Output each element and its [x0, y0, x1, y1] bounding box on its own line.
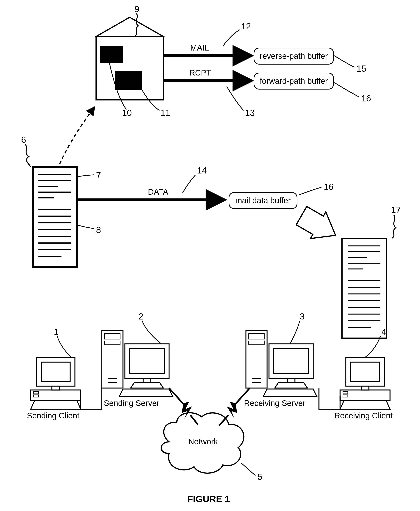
callout-16b: 16	[324, 182, 334, 192]
envelope-icon	[96, 17, 163, 100]
callout-3: 3	[300, 311, 305, 322]
wire-server2-client2	[319, 388, 340, 409]
callout-1: 1	[54, 326, 59, 337]
svg-rect-58	[287, 378, 295, 382]
callout-17: 17	[391, 205, 401, 215]
svg-rect-38	[351, 362, 379, 381]
network-label: Network	[188, 437, 218, 446]
callout-12: 12	[241, 21, 251, 31]
mail-data-buffer-box: mail data buffer	[229, 192, 297, 209]
copy-document-icon	[342, 238, 386, 338]
receiving-client-icon	[340, 357, 390, 409]
svg-rect-3	[33, 167, 77, 267]
callout-9: 9	[135, 4, 140, 14]
figure-title: FIGURE 1	[187, 494, 230, 504]
svg-rect-36	[52, 386, 60, 390]
mail-arrow-label: MAIL	[190, 43, 209, 52]
rcpt-arrow-label: RCPT	[189, 68, 211, 77]
block-arrow-icon	[294, 202, 343, 249]
receiving-client-label: Receiving Client	[334, 411, 392, 420]
sending-server-label: Sending Server	[104, 399, 159, 408]
svg-rect-57	[274, 349, 308, 374]
receiving-server-icon	[246, 330, 317, 397]
callout-10: 10	[122, 108, 132, 118]
callout-7: 7	[96, 170, 101, 180]
callout-5: 5	[257, 472, 262, 482]
svg-rect-0	[96, 37, 163, 100]
diagram-canvas: reverse-path buffer forward-path buffer …	[0, 0, 420, 511]
callout-11: 11	[160, 108, 170, 118]
forward-path-buffer-label: forward-path buffer	[260, 76, 328, 86]
sending-client-label: Sending Client	[27, 411, 79, 420]
svg-rect-42	[361, 386, 369, 390]
sending-client-icon	[31, 357, 81, 409]
svg-rect-32	[41, 362, 70, 381]
forward-path-buffer-box: forward-path buffer	[254, 73, 334, 89]
callout-16a: 16	[361, 93, 371, 104]
arrow-doc-to-envelope	[60, 108, 94, 164]
svg-rect-2	[115, 71, 142, 90]
reverse-path-buffer-box: reverse-path buffer	[254, 48, 334, 65]
receiving-server-label: Receiving Server	[244, 399, 306, 408]
callout-15: 15	[356, 63, 366, 74]
callout-8: 8	[96, 225, 101, 235]
svg-rect-17	[342, 238, 386, 338]
svg-rect-50	[143, 378, 151, 382]
source-document-icon	[33, 167, 77, 267]
svg-rect-1	[100, 46, 123, 63]
callout-13: 13	[245, 108, 255, 118]
reverse-path-buffer-label: reverse-path buffer	[260, 52, 328, 61]
sending-server-icon	[102, 330, 173, 397]
callout-6: 6	[21, 134, 26, 145]
svg-rect-49	[130, 349, 164, 374]
callout-14: 14	[197, 165, 207, 176]
callout-4: 4	[381, 326, 386, 337]
data-arrow-label: DATA	[148, 187, 168, 197]
wire-client1-server1	[81, 388, 102, 409]
mail-data-buffer-label: mail data buffer	[235, 196, 291, 205]
callout-2: 2	[138, 311, 143, 322]
